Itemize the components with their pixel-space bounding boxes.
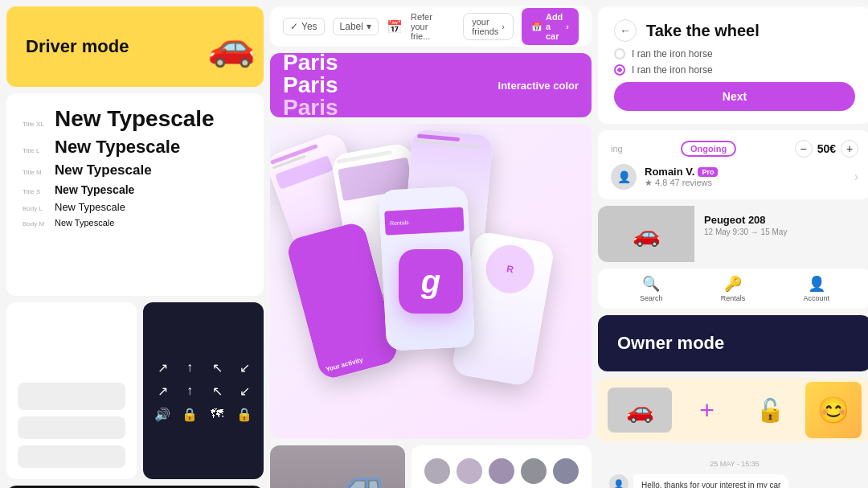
right-column: ← Take the wheel I ran the iron horse I … — [598, 6, 868, 488]
lock-icon: 🔒 — [180, 407, 199, 422]
take-wheel-card: ← Take the wheel I ran the iron horse I … — [598, 6, 868, 124]
unlock-icon: 🔓 — [742, 397, 799, 424]
car-image: 🚗 — [598, 206, 694, 262]
main-grid: Driver mode 🚗 Title XL New Typescale Tit… — [0, 0, 868, 488]
person-photo: 😊 — [805, 382, 862, 438]
lock2-icon: 🔒 — [235, 407, 254, 422]
car-dates: 12 May 9:30 → 15 May — [704, 228, 787, 236]
search-nav-icon: 🔍 — [642, 275, 660, 293]
type-row-m: Title M New Typescale — [23, 162, 248, 178]
chat-row-1: 👤 Hello, thanks for your interest in my … — [609, 474, 860, 488]
trip-ing-label: ing — [611, 144, 623, 154]
interactive-color-label: Interactive color — [498, 80, 579, 92]
mid-column: ✓ Yes Label ▾ 📅 Refer your frie... your … — [270, 6, 592, 488]
chevron-right-icon: › — [502, 22, 505, 31]
type-row-xl: Title XL New Typescale — [23, 106, 248, 132]
rating-value: 4.8 — [655, 178, 667, 187]
car-icon: 🚗 — [207, 24, 256, 69]
nav-rentals[interactable]: 🔑 Rentals — [721, 275, 746, 302]
type-row-bl: Body L New Typescale — [23, 201, 248, 213]
paris-text-1: Paris — [283, 53, 338, 74]
type-text-m: New Typescale — [55, 162, 152, 178]
refer-text: Refer your frie... — [411, 12, 447, 41]
nav-search[interactable]: 🔍 Search — [640, 275, 663, 302]
pill-button-3[interactable] — [18, 445, 125, 468]
icons-card: ↗ ↑ ↖ ↙ ↗ ↑ ↖ ↙ 🔊 🔒 🗺 🔒 — [143, 302, 264, 479]
type-label-s: Title S — [23, 188, 55, 195]
chevron-right2-icon: › — [566, 22, 569, 31]
ui-elements-card — [6, 302, 137, 479]
color-dot-2 — [457, 458, 482, 484]
account-nav-icon: 👤 — [808, 275, 825, 293]
type-text-l: New Typescale — [55, 137, 180, 158]
your-activity-label: Your activity — [325, 356, 363, 373]
back-button[interactable]: ← — [614, 19, 637, 42]
radio-label-1: I ran the iron horse — [632, 48, 713, 59]
rentals-nav-icon: 🔑 — [724, 275, 742, 293]
radio-label-2: I ran the iron horse — [632, 64, 713, 76]
type-row-l: Title L New Typescale — [23, 137, 248, 158]
person-emoji: 😊 — [817, 395, 850, 425]
dots-grid — [424, 458, 579, 488]
take-wheel-header: ← Take the wheel — [614, 19, 855, 42]
arrow-sw-icon: ↙ — [235, 360, 254, 375]
trip-card: ing Ongoing − 50€ + 👤 Romain V. Pro ★ — [598, 130, 868, 199]
next-button[interactable]: Next — [614, 82, 855, 111]
g-logo: g — [399, 249, 463, 314]
ongoing-status-pill[interactable]: Ongoing — [681, 141, 736, 157]
pill-button-2[interactable] — [18, 416, 125, 439]
volume-icon: 🔊 — [153, 407, 172, 422]
chevron-right-icon: › — [854, 170, 858, 184]
reviews-count: 47 reviews — [669, 178, 712, 187]
driver-row: 👤 Romain V. Pro ★ 4.8 47 reviews › — [611, 164, 858, 190]
label-text: Label — [340, 21, 363, 32]
arrow-n-icon: ↑ — [180, 360, 199, 375]
color-dots-card — [411, 445, 592, 488]
add-car-label: Add a car — [546, 12, 563, 41]
pro-badge: Pro — [698, 167, 718, 177]
typescale-card: Title XL New Typescale Title L New Types… — [6, 93, 264, 296]
car-image-card: 🚗 Peugeot 208 12 May 9:30 → 15 May — [598, 206, 868, 262]
rentals-nav-label: Rentals — [721, 294, 746, 302]
driver-avatar: 👤 — [611, 164, 637, 190]
pill-button-1[interactable] — [18, 383, 125, 410]
price-row: − 50€ + — [795, 140, 858, 158]
mid-bottom-row: 🚙 Distinctive — [270, 445, 592, 488]
calendar-icon: 📅 — [387, 19, 403, 35]
color-dot-4 — [521, 458, 547, 484]
type-text-xl: New Typescale — [55, 106, 215, 132]
arrow-nw-icon: ↖ — [207, 360, 227, 375]
car-silhouette-icon: 🚙 — [329, 457, 389, 488]
arrow-ne-icon: ↗ — [153, 360, 172, 375]
label-tag[interactable]: Label ▾ — [333, 18, 379, 35]
yes-tag[interactable]: ✓ Yes — [283, 18, 325, 35]
nav-account[interactable]: 👤 Account — [803, 275, 829, 302]
type-text-s: New Typescale — [55, 183, 134, 196]
paris-text-stack: Paris Paris Paris — [283, 53, 338, 117]
decrement-button[interactable]: − — [795, 140, 813, 158]
radio-circle-2 — [614, 64, 625, 76]
add-car-button[interactable]: 📅 Add a car › — [522, 8, 579, 45]
car-thumbnail: 🚗 — [608, 388, 672, 433]
car-info: Peugeot 208 12 May 9:30 → 15 May — [694, 206, 796, 262]
left-column: Driver mode 🚗 Title XL New Typescale Tit… — [6, 6, 264, 488]
increment-button[interactable]: + — [841, 140, 858, 158]
car-name: Peugeot 208 — [704, 214, 787, 226]
friends-button[interactable]: your friends › — [463, 13, 514, 40]
radio-option-1[interactable]: I ran the iron horse — [614, 48, 855, 59]
chat-avatar-1: 👤 — [609, 474, 628, 488]
bottom-nav: 🔍 Search 🔑 Rentals 👤 Account — [598, 269, 868, 309]
star-icon: ★ — [645, 178, 653, 187]
arrow-n2-icon: ↑ — [180, 383, 199, 399]
calendar2-icon: 📅 — [531, 22, 542, 32]
map-icon: 🗺 — [207, 407, 227, 422]
friends-label: your friends — [472, 17, 498, 36]
top-bar: ✓ Yes Label ▾ 📅 Refer your frie... your … — [270, 6, 592, 47]
driver-mode-title: Driver mode — [26, 36, 129, 57]
take-wheel-title: Take the wheel — [646, 22, 760, 40]
owner-mode-title: Owner mode — [617, 333, 724, 354]
color-dot-3 — [489, 458, 514, 484]
driver-info: Romain V. Pro ★ 4.8 47 reviews — [645, 166, 718, 188]
driver-name: Romain V. — [645, 166, 694, 178]
radio-option-2[interactable]: I ran the iron horse — [614, 64, 855, 76]
